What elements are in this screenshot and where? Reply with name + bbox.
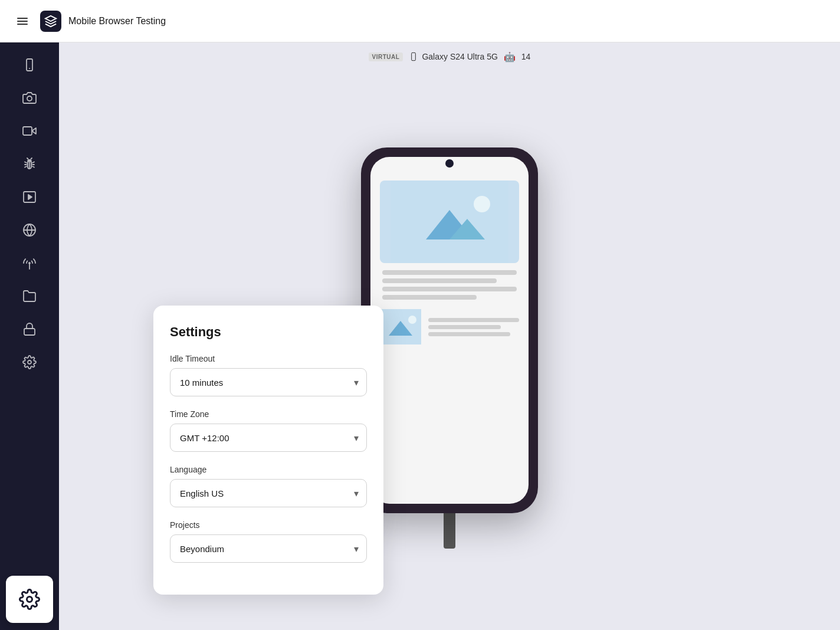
device-statusbar: VIRTUAL Galaxy S24 Ultra 5G 🤖 14: [59, 42, 840, 71]
idle-timeout-field: Idle Timeout 10 minutes 5 minutes 15 min…: [170, 354, 367, 396]
language-select-wrapper: English US English UK Spanish French Ger…: [170, 479, 367, 507]
settings-title: Settings: [170, 324, 367, 340]
phone-cable: [444, 513, 455, 549]
time-zone-label: Time Zone: [170, 409, 367, 419]
svg-point-16: [28, 360, 31, 364]
projects-field: Projects Beyondium Project Alpha Project…: [170, 520, 367, 563]
android-icon: 🤖: [504, 51, 516, 63]
screen-content: [370, 157, 529, 354]
menu-button[interactable]: [12, 11, 33, 32]
content-line: [382, 295, 477, 300]
idle-timeout-select-wrapper: 10 minutes 5 minutes 15 minutes 30 minut…: [170, 368, 367, 396]
svg-point-17: [27, 597, 32, 602]
sidebar-item-bug[interactable]: [14, 149, 45, 179]
virtual-badge: VIRTUAL: [369, 52, 403, 61]
svg-rect-15: [24, 329, 35, 335]
device-name: Galaxy S24 Ultra 5G: [409, 52, 497, 61]
projects-select[interactable]: Beyondium Project Alpha Project Beta: [170, 534, 367, 563]
idle-timeout-label: Idle Timeout: [170, 354, 367, 363]
sidebar-item-camera[interactable]: [14, 83, 45, 113]
svg-point-5: [27, 96, 32, 101]
sidebar-item-security[interactable]: [14, 314, 45, 344]
phone-frame: [361, 147, 538, 513]
sidebar-item-folder[interactable]: [14, 281, 45, 311]
phone-camera: [445, 159, 454, 168]
app-title: Mobile Browser Testing: [68, 16, 166, 27]
content-line: [382, 270, 517, 275]
phone-screen: [370, 157, 529, 504]
screen-content-lines: [380, 270, 519, 300]
screen-bottom-card: [380, 309, 519, 344]
time-zone-select[interactable]: GMT +12:00 GMT -12:00 GMT +0:00 GMT +5:3…: [170, 424, 367, 452]
sidebar-item-video[interactable]: [14, 116, 45, 146]
svg-rect-18: [412, 52, 416, 60]
time-zone-select-wrapper: GMT +12:00 GMT -12:00 GMT +0:00 GMT +5:3…: [170, 424, 367, 452]
screen-image-2: [380, 309, 421, 344]
bottom-line: [428, 332, 510, 336]
svg-marker-10: [28, 195, 32, 199]
language-label: Language: [170, 465, 367, 474]
sidebar-item-phone[interactable]: [14, 50, 45, 80]
svg-point-22: [474, 196, 490, 212]
content-line: [382, 287, 517, 291]
projects-label: Projects: [170, 520, 367, 530]
settings-popup-wrapper: [0, 569, 59, 630]
settings-popup-trigger[interactable]: [6, 576, 53, 623]
idle-timeout-select[interactable]: 10 minutes 5 minutes 15 minutes 30 minut…: [170, 368, 367, 396]
screen-image-1: [380, 181, 519, 263]
language-select[interactable]: English US English UK Spanish French Ger…: [170, 479, 367, 507]
sidebar-item-settings[interactable]: [14, 347, 45, 378]
phone-mockup: [361, 147, 538, 549]
sidebar-item-globe[interactable]: [14, 215, 45, 245]
sidebar-item-play[interactable]: [14, 182, 45, 212]
bottom-line: [428, 318, 519, 322]
svg-rect-3: [27, 59, 32, 71]
time-zone-field: Time Zone GMT +12:00 GMT -12:00 GMT +0:0…: [170, 409, 367, 452]
svg-point-25: [408, 316, 416, 324]
main-content: VIRTUAL Galaxy S24 Ultra 5G 🤖 14: [59, 42, 840, 630]
bottom-line: [428, 325, 501, 329]
svg-marker-6: [32, 128, 36, 134]
settings-panel: Settings Idle Timeout 10 minutes 5 minut…: [153, 306, 383, 595]
screen-bottom-lines: [428, 318, 519, 336]
language-field: Language English US English UK Spanish F…: [170, 465, 367, 507]
svg-rect-7: [23, 127, 32, 135]
topbar: Mobile Browser Testing: [0, 0, 840, 42]
android-version: 14: [521, 52, 531, 61]
app-logo: [40, 11, 61, 32]
content-line: [382, 278, 497, 283]
projects-select-wrapper: Beyondium Project Alpha Project Beta ▾: [170, 534, 367, 563]
sidebar: [0, 42, 59, 630]
sidebar-item-signal[interactable]: [14, 248, 45, 278]
